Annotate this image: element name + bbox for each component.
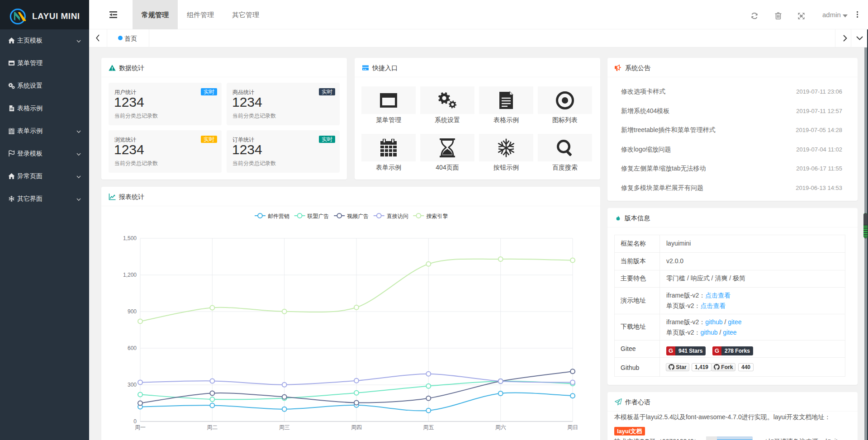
svg-text:周四: 周四	[351, 424, 362, 431]
svg-text:1,200: 1,200	[123, 272, 137, 278]
svg-text:搜索引擎: 搜索引擎	[426, 213, 448, 219]
svg-text:邮件营销: 邮件营销	[268, 213, 289, 219]
svg-text:直接访问: 直接访问	[387, 213, 408, 219]
svg-text:1,500: 1,500	[123, 235, 137, 241]
svg-text:600: 600	[128, 345, 137, 351]
svg-text:周二: 周二	[207, 424, 218, 431]
svg-text:视频广告: 视频广告	[346, 213, 369, 219]
svg-text:周一: 周一	[135, 424, 146, 431]
svg-text:900: 900	[128, 308, 137, 315]
svg-text:0: 0	[133, 418, 137, 425]
svg-text:周五: 周五	[423, 424, 434, 431]
svg-text:周三: 周三	[279, 424, 290, 431]
svg-text:周六: 周六	[495, 424, 506, 431]
svg-text:周日: 周日	[567, 424, 578, 431]
svg-text:300: 300	[128, 382, 137, 388]
svg-text:联盟广告: 联盟广告	[307, 213, 329, 219]
